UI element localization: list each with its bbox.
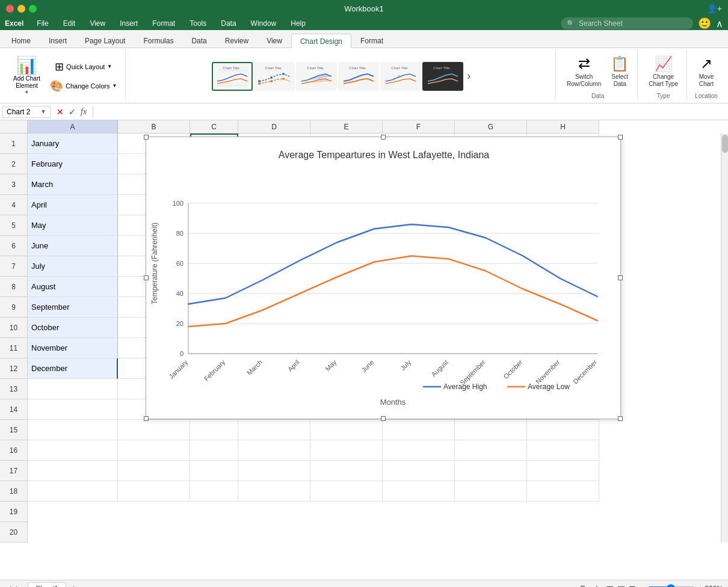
tab-formulas[interactable]: Formulas	[134, 33, 182, 48]
tab-review[interactable]: Review	[216, 33, 258, 48]
cell-a1[interactable]: January	[28, 134, 118, 154]
row-header-12[interactable]: 12	[0, 358, 28, 379]
col-header-c[interactable]: C	[190, 120, 238, 134]
nav-next-sheet-icon[interactable]: ▶	[16, 584, 23, 588]
cell-a4[interactable]: April	[28, 195, 118, 215]
page-layout-view-icon[interactable]: ▣	[617, 584, 625, 588]
zoom-slider[interactable]	[647, 584, 696, 588]
maximize-button[interactable]	[29, 5, 37, 13]
menu-tools[interactable]: Tools	[186, 18, 210, 29]
chart-style-6[interactable]: Chart Title	[422, 62, 463, 91]
switch-row-column-button[interactable]: ⇄ SwitchRow/Column	[563, 53, 605, 90]
tab-chart-design[interactable]: Chart Design	[291, 34, 351, 48]
menu-help[interactable]: Help	[287, 18, 309, 29]
insert-function-icon[interactable]: fx	[81, 107, 87, 117]
resize-handle-tr[interactable]	[618, 135, 623, 140]
tab-format[interactable]: Format	[351, 33, 392, 48]
scrollbar-thumb[interactable]	[722, 135, 728, 153]
resize-handle-tl[interactable]	[144, 135, 149, 140]
collapse-ribbon-icon[interactable]: ∧	[716, 18, 723, 29]
close-button[interactable]	[6, 5, 14, 13]
row-header-9[interactable]: 9	[0, 297, 28, 318]
nav-prev-sheet-icon[interactable]: ◀	[5, 584, 11, 588]
change-chart-type-button[interactable]: 📈 ChangeChart Type	[645, 53, 682, 90]
search-input[interactable]	[579, 19, 675, 28]
name-box-dropdown-icon[interactable]: ▼	[40, 108, 46, 115]
zoom-in-icon[interactable]: +	[698, 585, 702, 588]
col-header-f[interactable]: F	[383, 120, 455, 134]
cancel-formula-icon[interactable]: ✕	[57, 107, 64, 117]
minimize-button[interactable]	[17, 5, 25, 13]
chart-container[interactable]: Average Tempeartures in West Lafayette, …	[146, 137, 621, 419]
normal-view-icon[interactable]: ▦	[606, 584, 614, 588]
svg-point-7	[258, 82, 261, 85]
move-chart-button[interactable]: ↗ MoveChart	[694, 53, 718, 90]
select-data-button[interactable]: 📋 SelectData	[607, 53, 632, 90]
cell-a2[interactable]: February	[28, 154, 118, 174]
share-icon[interactable]: 👤+	[707, 4, 722, 13]
resize-handle-top[interactable]	[381, 135, 386, 140]
col-header-g[interactable]: G	[455, 120, 527, 134]
menu-view[interactable]: View	[86, 18, 109, 29]
chart-styles-more-button[interactable]: ›	[466, 70, 472, 82]
menu-window[interactable]: Window	[247, 18, 280, 29]
menu-file[interactable]: File	[33, 18, 52, 29]
row-header-20[interactable]: 20	[0, 522, 28, 542]
cell-a3[interactable]: March	[28, 174, 118, 195]
col-header-h[interactable]: H	[527, 120, 599, 134]
chart-style-2[interactable]: Chart Title	[254, 62, 295, 91]
quick-layout-button[interactable]: ⊞ Quick Layout ▼	[46, 58, 120, 76]
tab-data[interactable]: Data	[182, 33, 215, 48]
menu-format[interactable]: Format	[149, 18, 179, 29]
menu-edit[interactable]: Edit	[60, 18, 79, 29]
col-header-b[interactable]: B	[118, 120, 190, 134]
row-header-2[interactable]: 2	[0, 154, 28, 174]
page-break-view-icon[interactable]: ⊡	[629, 584, 636, 588]
col-header-d[interactable]: D	[238, 120, 310, 134]
resize-handle-br[interactable]	[618, 416, 623, 421]
row-header-11[interactable]: 11	[0, 338, 28, 358]
change-colors-button[interactable]: 🎨 Change Colors ▼	[46, 77, 120, 95]
tab-view[interactable]: View	[258, 33, 291, 48]
resize-handle-bottom[interactable]	[381, 416, 386, 421]
name-box[interactable]: Chart 2 ▼	[2, 106, 51, 118]
chart-style-1[interactable]: Chart Title	[212, 62, 253, 91]
row-header-13[interactable]: 13	[0, 379, 28, 399]
resize-handle-right[interactable]	[618, 275, 623, 280]
row-header-17[interactable]: 17	[0, 461, 28, 481]
row-header-16[interactable]: 16	[0, 440, 28, 461]
add-chart-element-button[interactable]: 📊 Add ChartElement ▼	[10, 55, 44, 97]
confirm-formula-icon[interactable]: ✓	[69, 107, 76, 117]
menu-insert[interactable]: Insert	[116, 18, 141, 29]
row-header-19[interactable]: 19	[0, 502, 28, 522]
formula-input[interactable]	[96, 106, 726, 117]
resize-handle-left[interactable]	[144, 275, 149, 280]
resize-handle-bl[interactable]	[144, 416, 149, 421]
chart-style-5[interactable]: Chart Title22	[380, 62, 421, 91]
row-header-7[interactable]: 7	[0, 256, 28, 277]
row-header-14[interactable]: 14	[0, 399, 28, 420]
search-box[interactable]: 🔍	[561, 17, 693, 29]
row-header-5[interactable]: 5	[0, 215, 28, 236]
row-header-8[interactable]: 8	[0, 277, 28, 297]
row-header-18[interactable]: 18	[0, 481, 28, 502]
add-sheet-button[interactable]: +	[71, 583, 76, 588]
chart-style-4[interactable]: Chart Title	[338, 62, 379, 91]
chart-style-3[interactable]: Chart Title	[296, 62, 337, 91]
row-header-15[interactable]: 15	[0, 420, 28, 440]
row-header-4[interactable]: 4	[0, 195, 28, 215]
zoom-out-icon[interactable]: −	[641, 585, 645, 588]
smiley-icon[interactable]: 🙂	[698, 17, 711, 30]
row-header-1[interactable]: 1	[0, 134, 28, 154]
row-header-10[interactable]: 10	[0, 318, 28, 338]
vertical-scrollbar[interactable]	[721, 134, 728, 542]
sheet-tab-1[interactable]: Sheet1	[28, 582, 66, 587]
col-header-a[interactable]: A	[28, 120, 118, 134]
col-header-e[interactable]: E	[310, 120, 383, 134]
menu-data[interactable]: Data	[217, 18, 239, 29]
row-header-3[interactable]: 3	[0, 174, 28, 195]
row-header-6[interactable]: 6	[0, 236, 28, 256]
tab-page-layout[interactable]: Page Layout	[76, 33, 134, 48]
tab-home[interactable]: Home	[2, 33, 40, 48]
tab-insert[interactable]: Insert	[40, 33, 76, 48]
